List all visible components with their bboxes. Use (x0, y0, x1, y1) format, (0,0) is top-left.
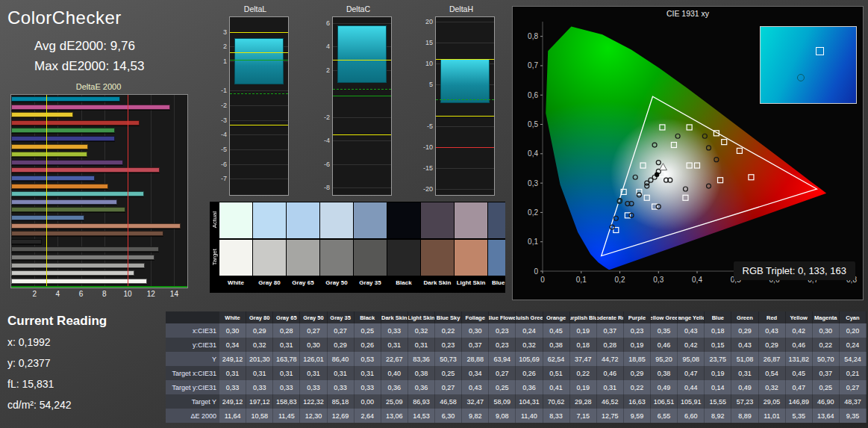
table-cell: 0,38 (543, 338, 570, 352)
mini-gridline (333, 164, 391, 165)
table-cell: 0,31 (355, 366, 381, 380)
table-cell: 201,30 (246, 352, 273, 366)
deltae-bar-magenta (11, 105, 170, 110)
deltae-bar-orange-yellow (11, 144, 88, 149)
table-cell: 54,24 (840, 352, 867, 366)
table-cell: 6,30 (435, 409, 462, 423)
table-cell: 0,14 (705, 380, 731, 394)
mini-gridline (333, 23, 391, 24)
table-header-cell: White (219, 311, 246, 323)
cie-y-tick-label: 0,8 (528, 32, 538, 40)
table-row: x:CIE310,300,290,280,270,270,250,330,320… (166, 323, 867, 338)
reading-fl-value: fL: 15,831 (7, 378, 107, 390)
table-cell: 0,23 (489, 323, 516, 338)
table-cell: 0,15 (705, 338, 731, 352)
table-cell: 0,37 (597, 323, 624, 338)
deltah-plot-area: 2015105-5-10-15-20 (435, 16, 495, 196)
mini-gridline (436, 168, 494, 169)
table-cell: 0,43 (731, 338, 758, 352)
table-cell: 163,78 (273, 352, 300, 366)
table-cell: 0,49 (731, 380, 758, 394)
deltae-x-tick-label: 8 (98, 290, 111, 298)
table-cell: 5,35 (786, 409, 813, 423)
table-cell: 57,23 (731, 394, 758, 409)
deltae-gridline (174, 95, 175, 286)
table-cell: 86,93 (408, 394, 435, 409)
table-cell: 86,40 (328, 352, 355, 366)
table-cell: 29,28 (570, 394, 597, 409)
table-cell: 0,34 (462, 366, 489, 380)
deltae-bar-moderate-red (11, 167, 160, 173)
deltac-plot-area: 642-2-4-6-8 (332, 16, 392, 196)
table-cell: 0,27 (489, 366, 516, 380)
mini-ref-line (230, 60, 288, 61)
cie-x-tick-label: 0 (540, 276, 545, 284)
table-cell: 249,12 (219, 352, 246, 366)
mini-ref-line (436, 147, 494, 148)
table-cell: 13,64 (813, 409, 840, 423)
deltae-bar-white (11, 279, 147, 284)
actual-patch-5 (387, 202, 420, 238)
table-cell: 0,44 (678, 380, 705, 394)
table-cell: 0,34 (219, 338, 246, 352)
patch-label-0: White (219, 279, 252, 286)
table-header-cell: Moderate Red (597, 311, 624, 323)
table-cell: 28,88 (462, 352, 489, 366)
table-cell: 0,30 (813, 323, 840, 338)
table-header-cell: Blue (705, 311, 731, 323)
actual-patch-6 (421, 202, 454, 238)
table-cell: 0,23 (489, 338, 516, 352)
table-cell: 83,36 (408, 352, 435, 366)
table-cell: 25,09 (381, 394, 408, 409)
table-cell: 0,42 (678, 338, 705, 352)
table-cell: 0,31 (273, 366, 300, 380)
table-cell: 0,46 (651, 338, 678, 352)
mini-ref-line (436, 59, 494, 60)
table-cell: 0,37 (462, 338, 489, 352)
table-cell: 12,75 (597, 409, 624, 423)
deltah-chart-title: DeltaH (423, 4, 499, 13)
table-cell: 0,18 (705, 323, 731, 338)
deltae-bar-light-skin (11, 223, 181, 229)
table-cell: 0,31 (381, 338, 408, 352)
deltae-chart-title: DeltaE 2000 (4, 82, 193, 91)
table-header-cell: Bluish Green (516, 311, 543, 323)
table-cell: 11,64 (219, 409, 246, 423)
table-cell: 0,24 (840, 338, 867, 352)
table-header-cell: Dark Skin (381, 311, 408, 323)
table-cell: 0,30 (462, 323, 489, 338)
deltae-bar-black (11, 239, 42, 244)
table-cell: 23,75 (705, 352, 731, 366)
table-cell: 197,12 (246, 394, 273, 409)
table-cell: 249,12 (219, 394, 246, 409)
table-cell: 15,55 (705, 394, 731, 409)
table-cell: 0,31 (273, 338, 300, 352)
table-header-cell: Blue Sky (435, 311, 462, 323)
table-cell: 0,25 (435, 366, 462, 380)
deltae-bar-bluish-green (11, 191, 144, 196)
table-cell: 0,20 (840, 323, 867, 338)
deltae-ref-line (128, 95, 128, 286)
table-header-cell: Gray 35 (328, 311, 355, 323)
patch-label-8: Blue Sky (488, 279, 505, 286)
table-cell: 0,43 (759, 323, 786, 338)
mini-tick-label: 1 (210, 58, 227, 65)
table-cell: 0,32 (246, 338, 273, 352)
table-cell: 46,58 (435, 394, 462, 409)
strip-actual-row-label: Actual (210, 202, 219, 238)
table-header-cell: Gray 65 (273, 311, 300, 323)
table-cell: 0,40 (381, 366, 408, 380)
table-cell: 62,54 (543, 352, 570, 366)
actual-patch-8 (488, 202, 505, 238)
table-cell: 0,21 (840, 366, 867, 380)
table-cell: 50,73 (435, 352, 462, 366)
table-cell: 32,47 (462, 394, 489, 409)
mini-tick-label: -7 (210, 175, 227, 182)
cie-y-tick-label: 0,1 (528, 238, 538, 246)
table-row: Target Y249,12197,12158,83122,3285,180,0… (166, 394, 867, 409)
table-cell: 0,32 (516, 338, 543, 352)
table-cell: 0,33 (328, 380, 355, 394)
actual-patch-0 (219, 202, 252, 238)
table-cell: 0,19 (570, 323, 597, 338)
deltac-chart-title: DeltaC (320, 4, 396, 13)
